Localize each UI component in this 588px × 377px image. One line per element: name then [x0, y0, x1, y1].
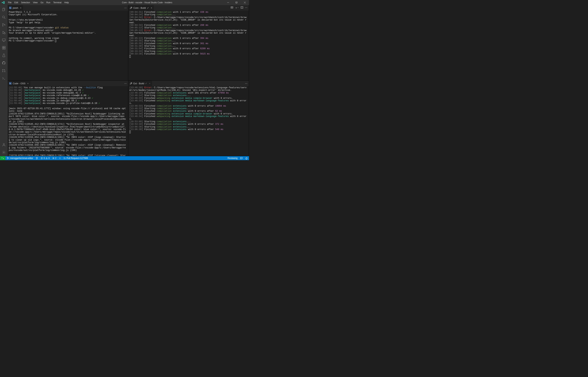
menu-help[interactable]: Help: [63, 0, 70, 5]
terminal-output[interactable]: [09:04:31] Finished compilation with 1 e…: [128, 11, 249, 81]
pane-code-oss: Code - OSS × ⋯ [11:55:40] You can manage…: [8, 81, 128, 156]
tab-pwsh[interactable]: pwsh ×: [8, 5, 23, 11]
svg-point-17: [2, 71, 3, 72]
more-icon[interactable]: ⋯: [124, 7, 127, 9]
menu-go[interactable]: Go: [39, 0, 45, 5]
check-icon: ✓: [147, 7, 149, 9]
remote-indicator[interactable]: [0, 156, 5, 160]
powershell-icon: [9, 7, 11, 9]
menu-terminal[interactable]: Terminal: [52, 0, 63, 5]
close-icon[interactable]: ×: [149, 82, 150, 85]
tabbar-tl: pwsh × ⋯: [8, 5, 128, 11]
title-bar: File Edit Selection View Go Run Terminal…: [0, 0, 249, 5]
tabbar-bl: Code - OSS × ⋯: [8, 81, 128, 86]
status-bar: merogge/terminal-editor 0 0 2 Pull Reque…: [0, 156, 249, 160]
close-icon[interactable]: ×: [20, 7, 22, 9]
svg-point-18: [5, 71, 5, 72]
problems-status[interactable]: 0 0: [39, 156, 51, 160]
terminal-icon[interactable]: [0, 74, 8, 82]
remote-explorer-icon[interactable]: [0, 36, 8, 44]
debug-status[interactable]: [57, 156, 62, 160]
svg-point-7: [2, 24, 3, 24]
svg-rect-11: [2, 39, 5, 41]
account-icon[interactable]: [0, 141, 8, 149]
explorer-icon[interactable]: [0, 6, 8, 13]
svg-rect-2: [236, 2, 237, 3]
menu-view[interactable]: View: [31, 0, 39, 5]
tab-label: Ext - Build: [133, 82, 144, 85]
svg-point-38: [64, 159, 64, 159]
menu-file[interactable]: File: [7, 0, 13, 5]
compare-icon[interactable]: [231, 6, 233, 10]
window-title: Core - Build - vscode - Visual Studio Co…: [70, 1, 224, 4]
svg-point-37: [64, 157, 64, 158]
menu-run[interactable]: Run: [45, 0, 52, 5]
tab-label: pwsh: [13, 7, 18, 9]
svg-point-19: [3, 143, 4, 145]
branch-status[interactable]: merogge/terminal-editor: [5, 156, 34, 160]
svg-point-16: [2, 69, 3, 70]
terminal-output[interactable]: [11:55:40] You can manage built-in exten…: [8, 86, 128, 156]
svg-rect-1: [236, 2, 237, 3]
maximize-button[interactable]: [232, 0, 241, 5]
reviewing-status[interactable]: Reviewing: [226, 156, 239, 160]
close-icon[interactable]: ×: [151, 7, 152, 9]
svg-point-35: [53, 158, 54, 158]
close-button[interactable]: [241, 0, 249, 5]
svg-rect-15: [4, 48, 5, 49]
svg-rect-22: [231, 7, 232, 8]
pane-ext-build: Ext - Build ✓ × ⋯ [13:46:10] Error: C:/U…: [128, 81, 249, 156]
svg-point-5: [2, 16, 5, 18]
svg-line-6: [4, 18, 5, 19]
check-icon: ✓: [145, 82, 147, 85]
window-controls: [224, 0, 249, 5]
pull-request-icon[interactable]: [0, 67, 8, 74]
pane-pwsh: pwsh × ⋯ PowerShell 7.1.3 Copyright (c) …: [8, 5, 128, 81]
tab-core-build[interactable]: Core - Build ✓ ×: [128, 5, 154, 11]
wrench-icon: [130, 7, 132, 9]
svg-rect-12: [2, 46, 4, 47]
extensions-icon[interactable]: [0, 44, 8, 52]
sync-status[interactable]: [34, 156, 39, 160]
github-icon[interactable]: [0, 59, 8, 67]
pull-request-status[interactable]: Pull Request #127889: [62, 156, 89, 160]
svg-point-28: [7, 159, 8, 159]
feedback-icon[interactable]: [239, 156, 244, 160]
tab-label: Code - OSS: [13, 82, 25, 85]
activity-bar: [0, 5, 8, 156]
more-icon[interactable]: ⋯: [245, 82, 247, 85]
svg-rect-13: [4, 46, 5, 47]
tabbar-br: Ext - Build ✓ × ⋯: [128, 81, 249, 86]
plus-icon[interactable]: ＋⌄: [235, 6, 239, 10]
minimize-button[interactable]: [224, 0, 232, 5]
vscode-logo-icon: [0, 1, 7, 4]
editor-grid: pwsh × ⋯ PowerShell 7.1.3 Copyright (c) …: [8, 5, 249, 156]
svg-point-10: [4, 33, 5, 34]
tab-code-oss[interactable]: Code - OSS ×: [8, 81, 30, 86]
run-debug-icon[interactable]: [0, 29, 8, 36]
tab-ext-build[interactable]: Ext - Build ✓ ×: [128, 81, 152, 86]
svg-rect-14: [2, 48, 4, 49]
svg-point-8: [2, 26, 3, 26]
close-icon[interactable]: ×: [27, 82, 29, 85]
testing-icon[interactable]: [0, 52, 8, 59]
bell-icon[interactable]: [244, 156, 249, 160]
tab-label: Core - Build: [133, 7, 146, 9]
gear-icon[interactable]: [0, 149, 8, 156]
svg-rect-23: [232, 7, 233, 8]
pane-core-build: Core - Build ✓ × ＋⌄ ⋯ [09:04:31] Finishe…: [128, 5, 249, 81]
source-control-icon[interactable]: [0, 21, 8, 29]
terminal-output[interactable]: PowerShell 7.1.3 Copyright (c) Microsoft…: [8, 11, 128, 81]
search-icon[interactable]: [0, 13, 8, 21]
split-icon[interactable]: [241, 6, 243, 10]
powershell-icon: [9, 82, 11, 85]
tabbar-tr: Core - Build ✓ × ＋⌄ ⋯: [128, 5, 249, 11]
more-icon[interactable]: ⋯: [124, 82, 127, 85]
ports-status[interactable]: 2: [51, 156, 58, 160]
menu-selection[interactable]: Selection: [20, 0, 31, 5]
terminal-output[interactable]: [13:46:10] Error: C:/Users/merogge/repos…: [128, 86, 249, 156]
more-icon[interactable]: ⋯: [245, 6, 247, 10]
menu-edit[interactable]: Edit: [13, 0, 20, 5]
svg-point-39: [65, 159, 65, 159]
cursor: [55, 40, 56, 42]
